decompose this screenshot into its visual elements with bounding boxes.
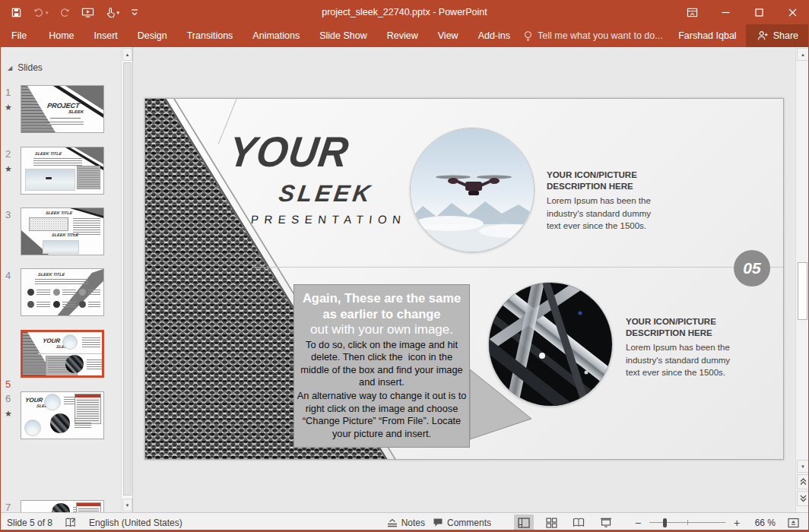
tab-home[interactable]: Home [39,24,84,47]
undo-button[interactable]: ▾ [32,3,49,21]
slide-canvas[interactable]: YOUR SLEEK PRESENTATION [144,98,784,460]
slide-1-thumbnail[interactable]: PROJECT SLEEK [21,85,104,133]
slides-panel: ◢ Slides 1 ★ PROJECT SLEEK 2 ★ SLEEK TIT… [0,47,133,512]
maximize-button[interactable] [742,0,776,24]
slide-5-thumbnail[interactable]: YOUR SLEEK [21,330,104,378]
tab-view[interactable]: View [428,24,468,47]
maximize-icon [755,8,763,17]
slide-4-number: 4 [5,270,17,281]
main-scrollbar-thumb[interactable] [798,262,807,320]
metal-structure-photo-circle[interactable] [488,282,613,407]
scroll-up-arrow-icon[interactable]: ▲ [122,48,132,61]
notes-icon [387,518,398,527]
previous-slide-button[interactable] [797,474,809,489]
reading-view-button[interactable] [569,515,589,531]
scroll-up-arrow-icon[interactable]: ▲ [797,48,809,61]
double-chevron-down-icon [800,495,807,502]
notes-label: Notes [401,518,425,528]
drone-photo-circle[interactable] [410,128,535,252]
customize-qat-icon [130,7,139,17]
slide-4-thumbnail[interactable]: SLEEK TITLE [21,268,104,316]
main-vertical-scrollbar[interactable]: ▲ ▼ [795,47,809,512]
tab-slide-show[interactable]: Slide Show [309,24,377,47]
start-from-beginning-button[interactable] [81,3,95,21]
fit-slide-to-window-button[interactable] [783,515,803,531]
tab-transitions[interactable]: Transitions [177,24,243,47]
normal-view-icon [518,518,530,528]
zoom-slider-handle[interactable] [663,518,667,527]
callout-body: Lorem Ipsum has been the industry's stan… [626,341,732,378]
drone-photo [411,128,535,252]
bubble-body-text-1: To do so, click on the image and hit del… [296,339,468,390]
tab-add-ins[interactable]: Add-ins [468,24,520,47]
slide-2-thumbnail[interactable]: SLEEK TITLE [21,147,104,195]
undo-dropdown-caret[interactable]: ▾ [46,10,49,15]
minimize-button[interactable] [709,0,742,24]
slide-sorter-view-button[interactable] [541,515,561,531]
slide-show-view-button[interactable] [596,515,616,531]
slide-5-number: 5 [5,378,17,390]
tab-file[interactable]: File [0,24,39,47]
account-user-name[interactable]: Farshad Iqbal [669,30,745,41]
metal-structure-photo [489,283,613,407]
zoom-level[interactable]: 66 % [748,518,776,528]
tab-animations[interactable]: Animations [243,24,309,47]
close-icon [788,8,797,17]
lightbulb-icon [523,30,533,42]
close-button[interactable] [776,0,809,24]
slide-title-your[interactable]: YOUR [226,131,351,173]
comments-icon [433,518,443,527]
repeat-icon [59,7,71,18]
customize-quick-access-toolbar-button[interactable] [129,3,140,21]
start-slideshow-icon [81,7,94,18]
collapse-triangle-icon[interactable]: ◢ [8,65,12,71]
zoom-in-button[interactable]: + [733,517,741,529]
comments-toggle[interactable]: Comments [433,518,491,528]
page-number-badge[interactable]: 05 [734,250,770,287]
scroll-down-arrow-icon[interactable]: ▼ [122,499,132,511]
slides-panel-scrollbar-thumb[interactable] [123,62,132,496]
zoom-slider[interactable] [649,515,725,531]
slide-3-thumbnail[interactable]: SLEEK TITLE SLEEK TITLE [21,207,104,255]
callout-text-2[interactable]: YOUR ICON/PICTURE DESCRIPTION HERE Lorem… [626,316,732,378]
slide-title-sleek[interactable]: SLEEK [278,182,375,205]
save-icon [11,7,22,18]
bubble-bold-text: Again, These are the same as earlier to … [296,290,468,321]
animation-star-icon: ★ [5,103,12,112]
ribbon-display-options-button[interactable] [675,0,709,24]
slide-show-icon [600,518,612,527]
next-slide-button[interactable] [797,491,809,506]
animation-star-icon: ★ [5,164,12,174]
slide-6-number: 6 [5,393,17,404]
bubble-intro-text: out with your own image. [296,321,468,337]
save-button[interactable] [10,3,23,21]
callout-text-1[interactable]: YOUR ICON/PICTURE DESCRIPTION HERE Lorem… [547,169,653,232]
slides-panel-scrollbar[interactable]: ▲ ▼ [121,47,132,512]
slide-6-thumbnail[interactable]: YOUR SLEEK [21,391,104,439]
zoom-slider-center-tick [687,520,688,525]
double-chevron-up-icon [800,478,807,486]
repeat-button[interactable] [59,3,71,21]
horizontal-divider-line [252,267,783,268]
share-button[interactable]: Share [746,24,809,47]
touch-mouse-mode-button[interactable]: ▾ [104,3,121,21]
notes-toggle[interactable]: Notes [387,518,425,528]
share-person-icon [757,30,769,41]
proofing-icon[interactable] [65,517,77,528]
tab-design[interactable]: Design [128,24,177,47]
ribbon-tab-row: File Home Insert Design Transitions Anim… [0,24,809,47]
instruction-speech-bubble[interactable]: Again, These are the same as earlier to … [293,284,470,448]
title-bar: ▾ ▾ project_sleek_22740.pptx - PowerPoin… [0,0,809,24]
callout-heading: YOUR ICON/PICTURE DESCRIPTION HERE [626,316,732,339]
slide-title-presentation[interactable]: PRESENTATION [250,214,407,225]
tab-review[interactable]: Review [377,24,428,47]
zoom-out-button[interactable]: − [634,517,642,529]
normal-view-button[interactable] [514,515,534,531]
status-bar: Slide 5 of 8 English (United States) Not… [0,512,809,532]
touch-mode-dropdown-caret[interactable]: ▾ [117,10,120,15]
tell-me-box[interactable]: Tell me what you want to do... [523,30,663,42]
language-status[interactable]: English (United States) [89,518,182,528]
scroll-down-arrow-icon[interactable]: ▼ [797,460,809,473]
slide-3-number: 3 [5,209,17,220]
tab-insert[interactable]: Insert [84,24,128,47]
